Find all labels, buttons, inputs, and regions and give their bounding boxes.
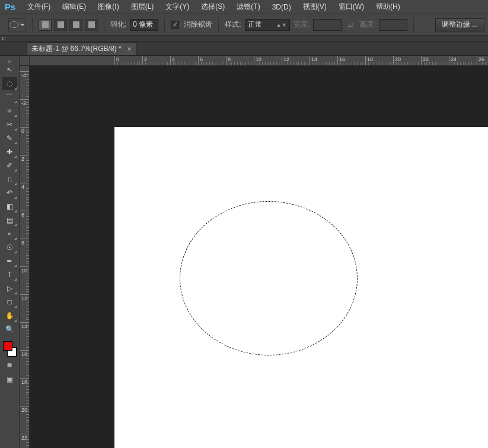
ruler-tick-label: 14	[311, 56, 317, 62]
move-tool[interactable]: ↖	[2, 63, 17, 77]
separator	[32, 18, 33, 32]
ruler-tick-label: -2	[21, 100, 26, 106]
chevron-down-icon	[20, 24, 25, 26]
refine-edge-button[interactable]: 调整边缘 ...	[435, 18, 484, 31]
marquee-tool-icon: ◌	[7, 80, 12, 88]
ruler-tick: 20	[393, 56, 394, 66]
square-icon	[58, 21, 64, 28]
close-icon[interactable]: ×	[127, 45, 132, 53]
panel-collapse-strip[interactable]	[0, 36, 488, 42]
menu-3d[interactable]: 3D(D)	[266, 1, 297, 13]
history-brush-tool[interactable]: ↶	[2, 186, 17, 199]
path-select-tool[interactable]: ▷	[2, 282, 17, 295]
menu-edit[interactable]: 编辑(E)	[56, 0, 92, 14]
document-tab[interactable]: 未标题-1 @ 66.7%(RGB/8) * ×	[26, 42, 137, 55]
selection-mode-add[interactable]	[54, 19, 67, 31]
brush-tool[interactable]: ✐	[2, 159, 17, 172]
pen-tool[interactable]: ✒	[2, 255, 17, 268]
style-label: 样式:	[225, 20, 241, 30]
toolbox-toggle-icon[interactable]: »	[4, 58, 15, 63]
crop-tool[interactable]: ✂	[2, 118, 17, 131]
antialias-label: 消除锯齿	[184, 20, 212, 30]
ruler-tick: 2	[142, 56, 143, 66]
hand-tool[interactable]: ✋	[2, 309, 17, 322]
ruler-tick: 14	[20, 322, 30, 323]
ruler-tick-label: 10	[256, 56, 261, 62]
swap-wh-icon: ⇄	[345, 21, 356, 29]
lasso-tool[interactable]: ⌒	[2, 91, 17, 104]
hand-tool-icon: ✋	[5, 312, 14, 320]
feather-label: 羽化:	[110, 20, 126, 30]
style-dropdown[interactable]: 正常 ▲▼	[245, 19, 290, 31]
type-tool-icon: T	[7, 271, 11, 279]
feather-input[interactable]	[130, 19, 158, 31]
quick-mask-toggle[interactable]: ◙	[2, 358, 17, 371]
ruler-tick: 0	[20, 127, 30, 128]
ruler-origin-box[interactable]	[20, 56, 30, 66]
ruler-tick: 10	[20, 266, 30, 267]
eraser-tool[interactable]: ◧	[2, 200, 17, 213]
menu-image[interactable]: 图像(I)	[92, 0, 125, 14]
ruler-tick-label: 6	[21, 212, 24, 218]
current-tool-preset[interactable]	[8, 18, 26, 31]
ruler-tick: -4	[20, 71, 30, 72]
blur-tool[interactable]: ∘	[2, 227, 17, 240]
menu-type[interactable]: 文字(Y)	[160, 0, 195, 14]
ruler-tick: 4	[20, 183, 30, 183]
marquee-tool[interactable]: ◌	[2, 77, 17, 90]
eyedropper-tool[interactable]: ✎	[2, 132, 17, 145]
antialias-checkbox[interactable]: ✓	[171, 21, 179, 29]
type-tool[interactable]: T	[2, 268, 17, 281]
ruler-tick: 10	[254, 56, 254, 66]
ruler-tick-label: 16	[21, 351, 27, 357]
ruler-tick: 6	[198, 56, 199, 66]
square-icon	[42, 21, 49, 28]
square-icon	[88, 21, 95, 28]
menu-bar: Ps 文件(F) 编辑(E) 图像(I) 图层(L) 文字(Y) 选择(S) 滤…	[0, 0, 488, 14]
ruler-tick-label: 2	[21, 156, 24, 162]
selection-mode-intersect[interactable]	[85, 19, 98, 31]
dodge-tool[interactable]: ☉	[2, 241, 17, 254]
menu-view[interactable]: 视图(V)	[297, 0, 333, 14]
ruler-tick-label: 22	[21, 435, 27, 441]
zoom-tool[interactable]: 🔍	[2, 323, 17, 336]
app-logo-text: Ps	[5, 2, 15, 12]
menu-help[interactable]: 帮助(H)	[370, 0, 406, 14]
square-icon	[73, 21, 79, 28]
move-tool-icon: ↖	[5, 65, 14, 75]
ruler-tick: 6	[20, 211, 30, 211]
menu-select[interactable]: 选择(S)	[195, 0, 231, 14]
vertical-ruler[interactable]: -4-20246810121416182022242628	[20, 66, 30, 448]
ruler-tick: 14	[310, 56, 310, 66]
ruler-tick-label: 6	[200, 56, 203, 62]
gradient-tool[interactable]: ▤	[2, 214, 17, 227]
ruler-tick: 22	[421, 56, 422, 66]
elliptical-selection-marquee	[180, 201, 358, 355]
dropdown-arrows-icon: ▲▼	[276, 23, 287, 27]
menu-file[interactable]: 文件(F)	[21, 0, 56, 14]
magic-wand-tool[interactable]: ✧	[2, 104, 17, 117]
path-select-tool-icon: ▷	[7, 284, 12, 293]
menu-window[interactable]: 窗口(W)	[333, 0, 370, 14]
horizontal-ruler[interactable]: 02468101214161820222426283032	[30, 56, 488, 66]
clone-stamp-tool[interactable]: ⎍	[2, 173, 17, 186]
shape-tool[interactable]: □	[2, 296, 17, 309]
menu-filter[interactable]: 滤镜(T)	[231, 0, 266, 14]
app-logo: Ps	[2, 1, 18, 13]
foreground-color-swatch[interactable]	[3, 341, 12, 351]
ruler-tick: 0	[114, 56, 115, 66]
ruler-tick-label: 4	[172, 56, 175, 62]
color-wells[interactable]	[2, 340, 18, 358]
options-bar: 羽化: ✓ 消除锯齿 样式: 正常 ▲▼ 宽度: ⇄ 高度: 调整边缘 ...	[0, 14, 488, 36]
ruler-tick: 8	[20, 239, 30, 239]
healing-brush-tool[interactable]: ✚	[2, 145, 17, 158]
screen-mode-toggle[interactable]: ▣	[2, 373, 17, 386]
canvas-viewport[interactable]	[30, 66, 488, 448]
eyedropper-tool-icon: ✎	[7, 134, 12, 142]
ruler-tick: -2	[20, 99, 30, 100]
menu-layer[interactable]: 图层(L)	[125, 0, 160, 14]
separator	[413, 18, 414, 32]
selection-mode-subtract[interactable]	[69, 19, 82, 31]
ruler-tick-label: -4	[21, 72, 26, 78]
selection-mode-new[interactable]	[39, 19, 52, 31]
